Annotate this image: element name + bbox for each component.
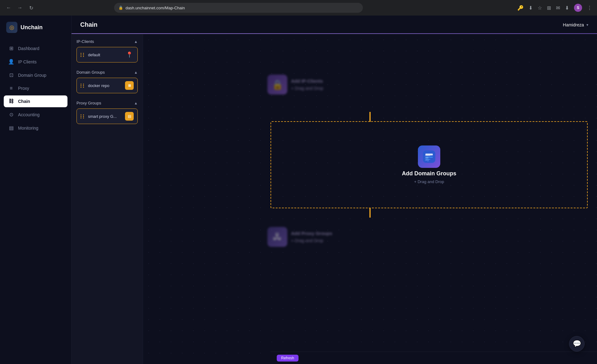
proxy-groups-card-text: Add Proxy Groups + Drag and Drop [291, 230, 332, 244]
download-icon[interactable]: ⬇ [529, 5, 533, 11]
header-underline [72, 33, 597, 34]
monitoring-icon: ▤ [8, 125, 14, 131]
ip-clients-icon: 👤 [8, 59, 14, 65]
panel-section-toggle-ip-clients: ▲ [134, 39, 138, 44]
browser-actions: 🔑 ⬇ ☆ ⊞ ✉ ⬇ S ⋮ [517, 4, 592, 12]
panel-item-label-docker-repo: docker repo [88, 83, 122, 88]
sidebar-item-label: Proxy [18, 86, 29, 91]
canvas-card-proxy-groups: 🖧 Add Proxy Groups + Drag and Drop [267, 227, 332, 247]
panel-section-domain-groups: Domain Groups ▲ docker repo ⊞ [76, 70, 138, 96]
chain-icon: ⛓ [8, 99, 14, 104]
proxy-groups-card-title: Add Proxy Groups [291, 230, 332, 237]
connector-line-bottom [369, 208, 371, 218]
panel-section-header-domain-groups[interactable]: Domain Groups ▲ [76, 70, 138, 75]
drop-zone-domain-groups[interactable]: .com .net .org Add Domain Groups + Drag … [271, 121, 588, 208]
sidebar-item-label: Domain Group [18, 73, 46, 78]
menu-icon[interactable]: ⋮ [587, 5, 592, 11]
sidebar-item-label: IP Clients [18, 59, 37, 64]
logo-icon: ◎ [6, 22, 17, 33]
panel-section-ip-clients: IP-Clients ▲ default 📍 [76, 39, 138, 65]
chat-button[interactable]: 💬 [569, 336, 585, 352]
sidebar-item-proxy[interactable]: ≡ Proxy [4, 82, 67, 94]
canvas-area[interactable]: 🔒 Add IP-Clients + Drag and Drop [143, 34, 597, 364]
drop-zone-content: .com .net .org Add Domain Groups + Drag … [402, 145, 456, 184]
sidebar-item-label: Dashboard [18, 46, 39, 51]
browser-forward-button[interactable]: → [16, 4, 24, 12]
panel-section-title-domain-groups: Domain Groups [76, 70, 105, 75]
canvas-card-ip-clients: 🔒 Add IP-Clients + Drag and Drop [267, 75, 323, 94]
items-panel: IP-Clients ▲ default 📍 Domain Groups [72, 34, 143, 364]
panel-item-smart-proxy[interactable]: smart proxy G... ▤ [76, 108, 138, 124]
svg-text:.net: .net [425, 157, 428, 159]
sidebar-item-ip-clients[interactable]: 👤 IP Clients [4, 56, 67, 68]
main-content: Chain Hamidreza ▾ IP-Clients ▲ [72, 16, 597, 364]
panel-item-label-smart-proxy: smart proxy G... [88, 114, 122, 119]
www-icon: ⊞ [125, 81, 134, 90]
panel-section-toggle-proxy-groups: ▲ [134, 101, 138, 105]
drag-handle-icon [81, 114, 85, 118]
bottom-status-bar: Refresh [271, 352, 597, 364]
drag-handle-icon [81, 53, 85, 57]
sidebar-item-label: Chain [18, 99, 30, 104]
header-user-menu[interactable]: Hamidreza ▾ [563, 22, 588, 27]
drop-zone-title: Add Domain Groups [402, 170, 456, 177]
logo-text: Unchain [21, 24, 43, 31]
page-header: Chain Hamidreza ▾ [72, 16, 597, 34]
drop-zone-icon: .com .net .org [418, 145, 440, 168]
panel-section-header-proxy-groups[interactable]: Proxy Groups ▲ [76, 101, 138, 105]
panel-section-header-ip-clients[interactable]: IP-Clients ▲ [76, 39, 138, 44]
save-page-icon[interactable]: ⬇ [565, 5, 569, 11]
sidebar-logo: ◎ Unchain [0, 22, 71, 42]
panel-section-proxy-groups: Proxy Groups ▲ smart proxy G... ▤ [76, 101, 138, 127]
password-icon[interactable]: 🔑 [517, 5, 524, 11]
ip-clients-card-icon: 🔒 [267, 75, 287, 94]
ip-clients-card-subtitle: + Drag and Drop [291, 85, 323, 92]
header-username: Hamidreza [563, 22, 584, 27]
sidebar-item-domain-group[interactable]: ⊡ Domain Group [4, 69, 67, 81]
connector-line-top [369, 112, 371, 122]
proxy-groups-card-subtitle: + Drag and Drop [291, 237, 332, 244]
proxy-icon: ≡ [8, 85, 14, 91]
browser-address-bar[interactable]: 🔒 dash.unchainnet.com/Map-Chain [114, 3, 363, 13]
sidebar-item-monitoring[interactable]: ▤ Monitoring [4, 122, 67, 134]
browser-chrome: ← → ↻ 🔒 dash.unchainnet.com/Map-Chain 🔑 … [0, 0, 597, 16]
sidebar-item-accounting[interactable]: ⊙ Accounting [4, 108, 67, 121]
extensions-icon[interactable]: ⊞ [547, 5, 551, 11]
browser-back-button[interactable]: ← [5, 4, 12, 12]
panel-item-docker-repo[interactable]: docker repo ⊞ [76, 78, 138, 93]
panel-item-label-default: default [88, 53, 122, 57]
pin-icon: 📍 [125, 50, 134, 59]
svg-text:.org: .org [425, 159, 428, 161]
sidebar: ◎ Unchain ⊞ Dashboard 👤 IP Clients ⊡ Dom… [0, 16, 72, 364]
refresh-button[interactable]: Refresh [277, 355, 298, 362]
drag-handle-icon [81, 84, 85, 88]
svg-text:.com: .com [425, 154, 430, 157]
domain-group-icon: ⊡ [8, 72, 14, 78]
panel-item-default[interactable]: default 📍 [76, 47, 138, 62]
sidebar-item-label: Monitoring [18, 126, 38, 131]
drop-zone-subtitle: + Drag and Drop [414, 179, 444, 184]
server-icon: ▤ [125, 112, 134, 121]
accounting-icon: ⊙ [8, 112, 14, 117]
bookmark-icon[interactable]: ☆ [538, 5, 542, 11]
mail-icon[interactable]: ✉ [556, 5, 560, 11]
ip-clients-card-title: Add IP-Clients [291, 77, 323, 85]
panel-section-toggle-domain-groups: ▲ [134, 70, 138, 75]
app-container: ◎ Unchain ⊞ Dashboard 👤 IP Clients ⊡ Dom… [0, 16, 597, 364]
panel-section-title-proxy-groups: Proxy Groups [76, 101, 101, 105]
page-title: Chain [80, 21, 98, 28]
sidebar-item-dashboard[interactable]: ⊞ Dashboard [4, 42, 67, 54]
proxy-groups-card-icon: 🖧 [267, 227, 287, 247]
sidebar-item-label: Accounting [18, 112, 39, 117]
browser-refresh-button[interactable]: ↻ [27, 4, 35, 12]
panel-section-title-ip-clients: IP-Clients [76, 39, 94, 44]
sidebar-item-chain[interactable]: ⛓ Chain [4, 95, 67, 107]
lock-icon: 🔒 [118, 6, 123, 10]
browser-url: dash.unchainnet.com/Map-Chain [126, 6, 185, 10]
browser-profile-avatar[interactable]: S [574, 4, 582, 12]
header-dropdown-icon: ▾ [586, 23, 588, 27]
ip-clients-card-text: Add IP-Clients + Drag and Drop [291, 77, 323, 92]
sidebar-navigation: ⊞ Dashboard 👤 IP Clients ⊡ Domain Group … [0, 42, 71, 134]
content-area: IP-Clients ▲ default 📍 Domain Groups [72, 34, 597, 364]
dashboard-icon: ⊞ [8, 45, 14, 51]
